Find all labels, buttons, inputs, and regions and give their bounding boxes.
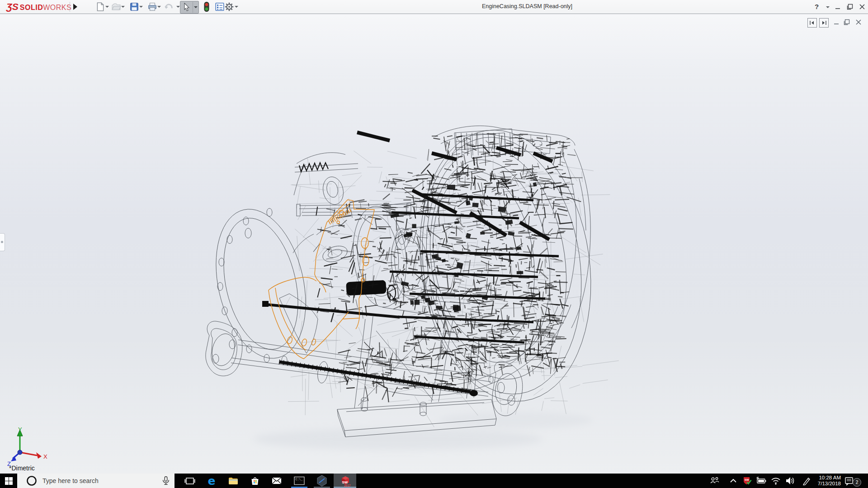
selected-component-highlight[interactable] bbox=[269, 200, 374, 359]
view-orientation-label: *Dimetric bbox=[9, 465, 35, 472]
graphics-viewport[interactable]: Y X Z *Dimetric bbox=[0, 14, 868, 474]
pen-icon[interactable] bbox=[802, 476, 812, 485]
solidworks-app-icon: SW 2017 bbox=[339, 475, 351, 487]
volume-icon[interactable] bbox=[785, 476, 796, 485]
svg-text:SW: SW bbox=[745, 479, 749, 481]
start-button[interactable] bbox=[0, 474, 17, 488]
wireframe-model[interactable] bbox=[0, 0, 868, 488]
doc-minimize-button[interactable] bbox=[833, 19, 840, 26]
file-explorer-button[interactable] bbox=[222, 474, 244, 488]
task-view-icon bbox=[184, 475, 195, 486]
file-explorer-icon bbox=[228, 475, 239, 486]
doc-close-button[interactable] bbox=[854, 18, 863, 26]
tray-time: 10:28 AM bbox=[818, 475, 841, 481]
store-icon bbox=[250, 475, 260, 486]
pane-right-icon bbox=[821, 20, 827, 26]
solidworks-taskbar-button[interactable]: SW 2017 bbox=[334, 474, 356, 488]
hexagon-app-icon bbox=[316, 475, 327, 487]
mail-icon bbox=[271, 475, 282, 486]
windows-logo-icon bbox=[5, 477, 13, 485]
tray-chevron-up-icon[interactable] bbox=[729, 476, 738, 485]
battery-icon[interactable] bbox=[756, 476, 767, 485]
command-prompt-icon: C:\_ bbox=[293, 475, 305, 486]
tray-clock[interactable]: 10:28 AM 7/13/2018 bbox=[818, 475, 841, 487]
pane-left-button[interactable] bbox=[807, 18, 817, 28]
people-icon[interactable] bbox=[710, 476, 720, 485]
search-placeholder-text: Type here to search bbox=[42, 477, 99, 484]
microphone-icon[interactable] bbox=[161, 475, 171, 486]
windows-taskbar: Type here to search e bbox=[0, 474, 868, 488]
edge-icon: e bbox=[208, 474, 216, 488]
feature-pane-collapsed-tab[interactable] bbox=[0, 233, 5, 251]
triad-x-label: X bbox=[43, 453, 47, 460]
svg-text:C:\_: C:\_ bbox=[296, 478, 303, 481]
wifi-icon[interactable] bbox=[770, 476, 781, 485]
solidworks-tray-icon[interactable]: SW bbox=[742, 476, 752, 486]
command-prompt-button[interactable]: C:\_ bbox=[288, 474, 310, 488]
edge-button[interactable]: e bbox=[201, 474, 222, 488]
pane-left-icon bbox=[809, 20, 815, 26]
notification-count-badge: 2 bbox=[853, 478, 861, 487]
cortana-icon bbox=[26, 475, 37, 486]
mail-button[interactable] bbox=[266, 474, 288, 488]
task-view-button[interactable] bbox=[179, 474, 201, 488]
hexagon-app-button[interactable] bbox=[311, 474, 333, 488]
store-button[interactable] bbox=[244, 474, 266, 488]
taskbar-search-box[interactable]: Type here to search bbox=[17, 474, 175, 488]
pane-right-button[interactable] bbox=[819, 18, 829, 28]
tray-date: 7/13/2018 bbox=[818, 481, 841, 487]
doc-restore-button[interactable] bbox=[843, 18, 851, 26]
triad-y-label: Y bbox=[18, 426, 22, 433]
